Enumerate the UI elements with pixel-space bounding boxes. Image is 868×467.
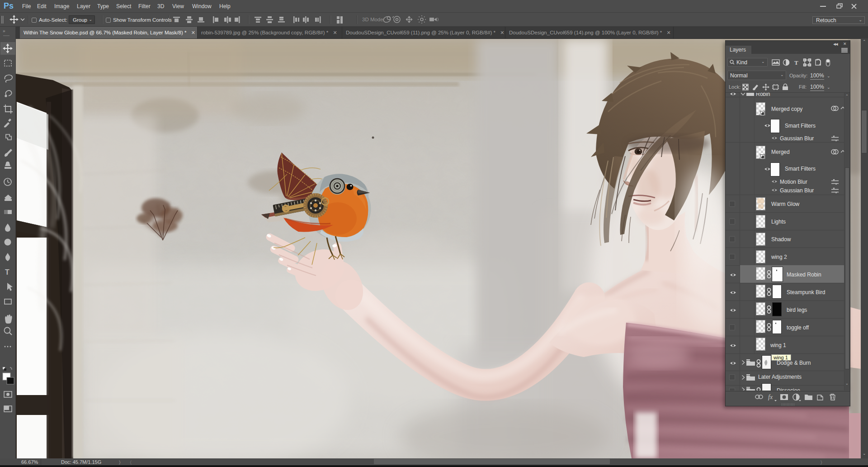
svg-text:3D Mode:: 3D Mode: (362, 17, 385, 22)
svg-text:T: T (5, 268, 9, 276)
svg-text:fx: fx (768, 394, 773, 400)
svg-text:T: T (794, 59, 798, 66)
svg-text:»: » (3, 29, 5, 33)
